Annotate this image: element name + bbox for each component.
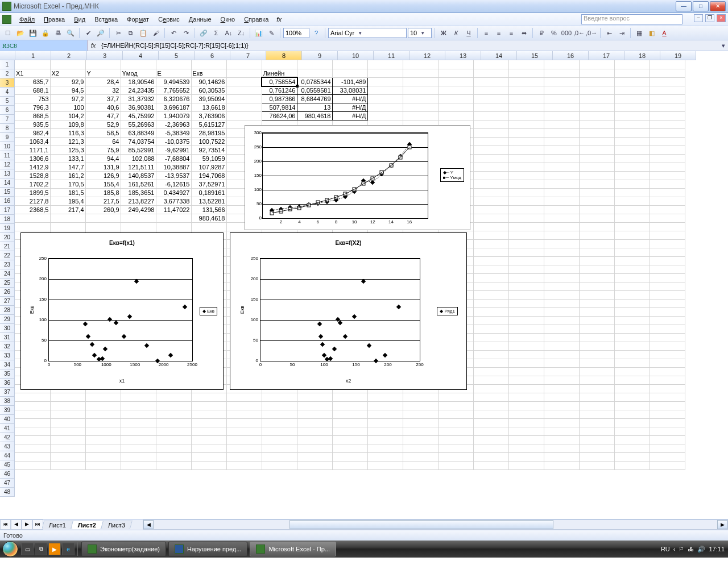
preview-icon[interactable]: 🔍 (65, 27, 76, 39)
format-painter-icon[interactable]: 🖌 (150, 27, 162, 39)
row-header-20[interactable]: 20 (0, 233, 15, 242)
ql-desktop-icon[interactable]: ▭ (21, 543, 34, 555)
row-header-13[interactable]: 13 (0, 169, 15, 178)
row-header-8[interactable]: 8 (0, 124, 15, 133)
scroll-thumb[interactable] (289, 520, 553, 529)
ql-switch-icon[interactable]: ⧉ (35, 543, 47, 555)
row-header-4[interactable]: 4 (0, 88, 15, 97)
task-3[interactable]: Microsoft Excel - Пр... (250, 542, 336, 556)
cut-icon[interactable]: ✂ (113, 27, 124, 39)
sheet-tab-2[interactable]: Лист2 (71, 521, 104, 529)
row-header-24[interactable]: 24 (0, 269, 15, 278)
row-header-35[interactable]: 35 (0, 369, 15, 379)
row-header-36[interactable]: 36 (0, 379, 15, 388)
row-header-40[interactable]: 40 (0, 415, 15, 424)
menu-window[interactable]: Окно (216, 15, 240, 24)
permissions-icon[interactable]: 🔒 (40, 27, 51, 39)
row-header-10[interactable]: 10 (0, 142, 15, 151)
col-header-2[interactable]: 2 (51, 51, 87, 60)
font-select[interactable]: Arial Cyr▼ (328, 28, 407, 38)
worksheet-grid[interactable]: 12345678910111213141516171819 1234567891… (0, 51, 728, 519)
bold-icon[interactable]: Ж (438, 27, 449, 39)
row-header-18[interactable]: 18 (0, 215, 15, 224)
spell-icon[interactable]: ✔ (82, 27, 94, 39)
menu-tools[interactable]: Сервис (154, 15, 184, 24)
row-header-37[interactable]: 37 (0, 388, 15, 397)
col-header-3[interactable]: 3 (87, 51, 123, 60)
row-header-25[interactable]: 25 (0, 278, 15, 288)
col-header-16[interactable]: 16 (553, 51, 589, 60)
col-header-4[interactable]: 4 (123, 51, 159, 60)
row-header-3[interactable]: 3 (0, 78, 15, 88)
chart-scatter-x1[interactable]: Екв=f(x1) 050100150200250050010001500200… (20, 232, 224, 390)
close-button[interactable]: ✕ (710, 1, 726, 11)
row-header-5[interactable]: 5 (0, 97, 15, 106)
col-header-5[interactable]: 5 (159, 51, 195, 60)
undo-icon[interactable]: ↶ (168, 27, 179, 39)
zoom-select[interactable]: 100% (283, 28, 309, 38)
dec-decimal-icon[interactable]: ,0→ (586, 27, 597, 39)
col-header-14[interactable]: 14 (481, 51, 517, 60)
row-header-6[interactable]: 6 (0, 106, 15, 115)
new-icon[interactable]: ☐ (2, 27, 14, 39)
italic-icon[interactable]: К (450, 27, 462, 39)
row-header-42[interactable]: 42 (0, 433, 15, 442)
chart-icon[interactable]: 📊 (253, 27, 264, 39)
h-scrollbar[interactable]: ◀ ▶ (143, 519, 728, 530)
col-header-19[interactable]: 19 (660, 51, 696, 60)
open-icon[interactable]: 📂 (15, 27, 26, 39)
row-header-14[interactable]: 14 (0, 178, 15, 188)
tab-next-button[interactable]: ▶ (22, 519, 32, 530)
row-header-39[interactable]: 39 (0, 406, 15, 415)
row-header-34[interactable]: 34 (0, 360, 15, 369)
row-header-45[interactable]: 45 (0, 460, 15, 469)
chart-line[interactable]: 050100150200250300246810121416 ◆┄ Y ■─ Y… (245, 125, 470, 230)
tray-volume-icon[interactable]: 🔊 (697, 546, 705, 553)
save-icon[interactable]: 💾 (27, 27, 39, 39)
menu-help[interactable]: Справка (239, 15, 273, 24)
doc-minimize-button[interactable]: – (694, 14, 703, 22)
research-icon[interactable]: 🔎 (95, 27, 106, 39)
hyperlink-icon[interactable]: 🔗 (198, 27, 209, 39)
col-header-12[interactable]: 12 (410, 51, 445, 60)
copy-icon[interactable]: ⧉ (125, 27, 136, 39)
ql-player-icon[interactable]: ▶ (48, 543, 61, 555)
col-header-11[interactable]: 11 (374, 51, 410, 60)
row-header-2[interactable]: 2 (0, 69, 15, 78)
font-color-icon[interactable]: A (659, 27, 670, 39)
row-header-33[interactable]: 33 (0, 351, 15, 360)
scroll-left-button[interactable]: ◀ (143, 520, 154, 529)
row-header-9[interactable]: 9 (0, 133, 15, 142)
currency-icon[interactable]: ₽ (536, 27, 547, 39)
autosum-icon[interactable]: Σ (210, 27, 222, 39)
row-header-27[interactable]: 27 (0, 297, 15, 306)
menu-view[interactable]: Вид (69, 15, 90, 24)
maximize-button[interactable]: □ (693, 1, 709, 11)
formula-content[interactable]: {=ЛИНЕЙН(RC[-5]:R[15]C[-5];RC[-7]:R[15]C… (99, 42, 719, 49)
task-2[interactable]: Нарушение пред... (168, 542, 247, 556)
name-box[interactable]: R3C8 (0, 40, 88, 51)
col-header-15[interactable]: 15 (517, 51, 553, 60)
help-icon[interactable]: ? (311, 27, 322, 39)
col-header-1[interactable]: 1 (15, 51, 51, 60)
col-header-9[interactable]: 9 (302, 51, 338, 60)
sheet-tab-1[interactable]: Лист1 (42, 521, 73, 529)
expand-formula-icon[interactable]: ▾ (719, 42, 728, 49)
borders-icon[interactable]: ▦ (634, 27, 645, 39)
col-header-13[interactable]: 13 (445, 51, 481, 60)
align-right-icon[interactable]: ≡ (506, 27, 517, 39)
lang-indicator[interactable]: RU (661, 546, 670, 552)
row-header-41[interactable]: 41 (0, 424, 15, 433)
row-header-16[interactable]: 16 (0, 197, 15, 206)
start-button[interactable] (0, 541, 20, 558)
menu-edit[interactable]: Правка (39, 15, 69, 24)
minimize-button[interactable]: — (676, 1, 692, 11)
scroll-right-button[interactable]: ▶ (717, 520, 727, 529)
comma-icon[interactable]: 000 (561, 27, 572, 39)
merge-icon[interactable]: ⬌ (518, 27, 530, 39)
row-header-22[interactable]: 22 (0, 251, 15, 260)
row-header-12[interactable]: 12 (0, 160, 15, 169)
tray-flag-icon[interactable]: ⚐ (679, 546, 684, 553)
col-header-6[interactable]: 6 (195, 51, 230, 60)
menu-data[interactable]: Данные (184, 15, 216, 24)
